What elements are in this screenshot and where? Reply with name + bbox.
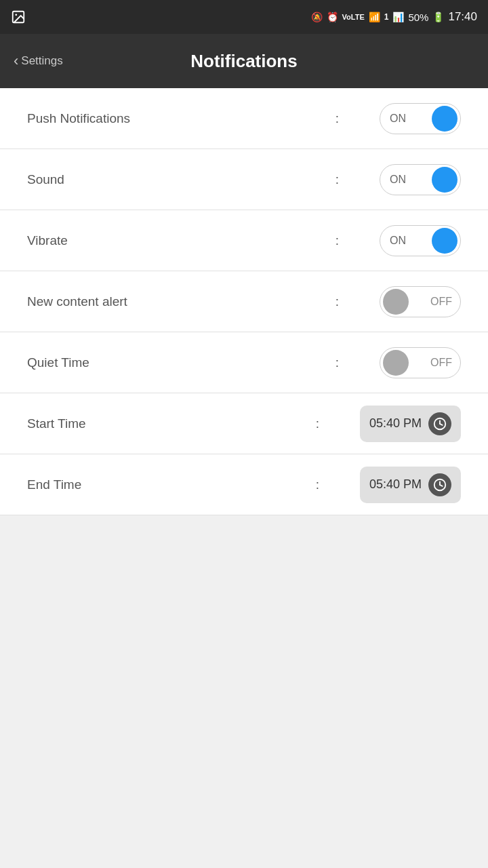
colon-vibrate: : <box>336 233 339 248</box>
settings-row-start-time: Start Time:05:40 PM <box>0 393 488 454</box>
colon-sound: : <box>336 172 339 187</box>
settings-content: Push Notifications:ONSound:ONVibrate:ONN… <box>0 88 488 515</box>
settings-row-end-time: End Time:05:40 PM <box>0 454 488 515</box>
status-bar-right: 🔕 ⏰ VoLTE 📶 1 📊 50% 🔋 17:40 <box>311 10 477 24</box>
time-button-start-time[interactable]: 05:40 PM <box>360 406 461 442</box>
time-value-start-time: 05:40 PM <box>369 416 422 431</box>
toggle-label-sound: ON <box>390 174 406 186</box>
clock-icon-end-time <box>428 473 451 496</box>
label-end-time: End Time <box>27 477 316 492</box>
page-title: Notifications <box>14 51 474 72</box>
toggle-knob-sound <box>432 167 458 193</box>
wifi-icon: 📶 <box>369 12 380 22</box>
colon-new-content-alert: : <box>336 294 339 309</box>
label-quiet-time: Quiet Time <box>27 355 336 370</box>
control-quiet-time[interactable]: OFF <box>380 347 461 378</box>
settings-row-new-content-alert: New content alert:OFF <box>0 271 488 332</box>
sim-icon: 1 <box>384 12 389 22</box>
volte-icon: VoLTE <box>342 13 365 21</box>
colon-start-time: : <box>316 416 319 431</box>
settings-row-vibrate: Vibrate:ON <box>0 210 488 271</box>
control-new-content-alert[interactable]: OFF <box>380 286 461 317</box>
label-vibrate: Vibrate <box>27 233 336 248</box>
signal-icon: 📊 <box>392 12 404 22</box>
colon-push-notifications: : <box>336 111 339 126</box>
battery-text: 50% <box>408 12 428 23</box>
settings-row-quiet-time: Quiet Time:OFF <box>0 332 488 393</box>
colon-quiet-time: : <box>336 355 339 370</box>
toggle-label-new-content-alert: OFF <box>430 296 452 308</box>
toggle-label-push-notifications: ON <box>390 113 406 125</box>
toggle-sound[interactable]: ON <box>380 164 461 195</box>
control-vibrate[interactable]: ON <box>380 225 461 256</box>
status-bar: 🔕 ⏰ VoLTE 📶 1 📊 50% 🔋 17:40 <box>0 0 488 34</box>
control-start-time[interactable]: 05:40 PM <box>360 406 461 442</box>
alarm-icon: ⏰ <box>327 12 338 22</box>
status-bar-left <box>11 9 26 24</box>
label-sound: Sound <box>27 172 336 187</box>
toggle-quiet-time[interactable]: OFF <box>380 347 461 378</box>
clock-icon-start-time <box>428 412 451 435</box>
svg-line-7 <box>440 485 443 486</box>
label-push-notifications: Push Notifications <box>27 111 336 126</box>
control-push-notifications[interactable]: ON <box>380 103 461 134</box>
toggle-label-vibrate: ON <box>390 235 406 247</box>
toggle-vibrate[interactable]: ON <box>380 225 461 256</box>
image-icon <box>11 9 26 24</box>
time-button-end-time[interactable]: 05:40 PM <box>360 467 461 503</box>
toggle-knob-vibrate <box>432 228 458 254</box>
svg-point-1 <box>15 14 17 16</box>
control-sound[interactable]: ON <box>380 164 461 195</box>
control-end-time[interactable]: 05:40 PM <box>360 467 461 503</box>
settings-row-push-notifications: Push Notifications:ON <box>0 88 488 149</box>
toggle-knob-push-notifications <box>432 106 458 132</box>
toggle-label-quiet-time: OFF <box>430 357 452 369</box>
svg-line-4 <box>440 424 443 425</box>
label-start-time: Start Time <box>27 416 316 431</box>
bluetooth-icon: 🔕 <box>311 12 323 22</box>
toolbar: ‹ Settings Notifications <box>0 34 488 88</box>
label-new-content-alert: New content alert <box>27 294 336 309</box>
toggle-push-notifications[interactable]: ON <box>380 103 461 134</box>
settings-row-sound: Sound:ON <box>0 149 488 210</box>
battery-icon: 🔋 <box>432 12 444 22</box>
toggle-knob-new-content-alert <box>383 289 409 315</box>
toggle-knob-quiet-time <box>383 350 409 376</box>
toggle-new-content-alert[interactable]: OFF <box>380 286 461 317</box>
colon-end-time: : <box>316 477 319 492</box>
status-time: 17:40 <box>448 10 477 24</box>
time-value-end-time: 05:40 PM <box>369 477 422 492</box>
